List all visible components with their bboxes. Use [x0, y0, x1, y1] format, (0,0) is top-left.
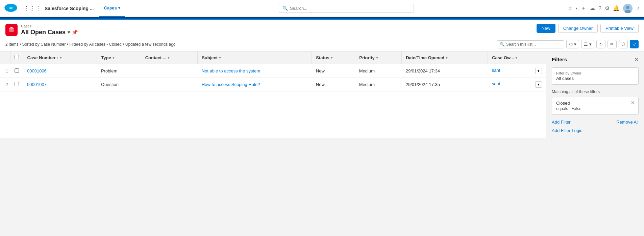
new-button[interactable]: New — [537, 24, 555, 33]
expand-icon[interactable]: ↗ — [636, 6, 640, 11]
col-priority-sort-icon[interactable]: ▾ — [376, 56, 378, 60]
col-case-owner-sort-icon[interactable]: ▾ — [515, 56, 517, 60]
cases-tab[interactable]: Cases ▾ — [99, 0, 125, 17]
filter-close-icon[interactable]: ✕ — [634, 56, 639, 63]
search-bar: 🔍 — [279, 4, 414, 13]
col-date-opened-label: Date/Time Opened — [406, 55, 444, 60]
col-case-number-sort-icon[interactable]: ▾ — [60, 56, 62, 60]
row-1-case-owner-link[interactable]: sant — [492, 68, 500, 73]
favorites-chevron-icon[interactable]: ▾ — [576, 6, 577, 10]
list-meta-bar: 2 items • Sorted by Case Number • Filter… — [0, 37, 644, 51]
col-contact-sort-icon[interactable]: ▾ — [168, 56, 170, 60]
row-1-subject-link[interactable]: Not able to access the system — [202, 68, 260, 73]
filter-panel-header: Filters ✕ — [552, 56, 639, 63]
row-2-check — [10, 78, 23, 91]
help-icon[interactable]: ? — [598, 5, 601, 12]
col-status-sort-icon[interactable]: ▾ — [331, 56, 333, 60]
row-2-case-number-link[interactable]: 00001007 — [27, 82, 47, 87]
pin-icon[interactable]: 📌 — [72, 29, 78, 35]
add-filter-logic-link[interactable]: Add Filter Logic — [552, 128, 582, 133]
row-2-status: New — [312, 78, 355, 91]
row-2-checkbox[interactable] — [15, 82, 19, 86]
row-2-case-owner-link[interactable]: sant — [492, 81, 500, 86]
filter-by-owner-box: Filter by Owner All cases — [552, 67, 639, 85]
row-2-date-opened: 29/01/2024 17:35 — [402, 78, 488, 91]
grid-icon[interactable]: ⋮⋮⋮ — [24, 5, 42, 12]
row-2-case-number: 00001007 — [23, 78, 97, 91]
top-navigation: SF ⋮⋮⋮ Salesforce Scoping ... Cases ▾ 🔍 … — [0, 0, 644, 17]
table-view-button[interactable]: ☰ ▾ — [581, 40, 594, 48]
sub-navigation-band — [0, 17, 644, 20]
col-case-owner-label: Case Ow... — [492, 55, 514, 60]
filter-logic-section: Add Filter Logic — [552, 128, 639, 133]
cloud-icon[interactable]: ☁ — [590, 5, 595, 12]
col-date-opened: Date/Time Opened ▾ — [402, 51, 488, 64]
row-1-case-number-link[interactable]: 00001006 — [27, 68, 47, 73]
row-2-subject: How to access Scoping Rule? — [198, 78, 312, 91]
filter-condition-operator: equals — [556, 106, 568, 111]
row-1-priority: Medium — [355, 64, 402, 78]
svg-rect-6 — [9, 28, 14, 28]
refresh-button[interactable]: ↻ — [596, 40, 605, 48]
remove-all-link[interactable]: Remove All — [616, 120, 639, 125]
row-1-case-number: 00001006 — [23, 64, 97, 78]
cases-table: Case Number ↑ ▾ Type ▾ Contact ... — [0, 51, 546, 91]
settings-icon-button[interactable]: ⚙ ▾ — [566, 40, 579, 48]
row-1-contact — [141, 64, 198, 78]
select-all-checkbox[interactable] — [15, 55, 19, 59]
table-body: 1 00001006 Problem Not able to access th… — [0, 64, 546, 91]
bell-icon[interactable]: 🔔 — [613, 5, 620, 12]
page-header-title-section: Cases All Open Cases ▾ 📌 — [21, 24, 78, 36]
add-icon[interactable]: ＋ — [581, 5, 586, 12]
filter-condition-remove-icon[interactable]: ✕ — [631, 100, 635, 105]
list-meta-text: 2 items • Sorted by Case Number • Filter… — [5, 42, 176, 47]
col-date-opened-sort-icon[interactable]: ▾ — [446, 56, 448, 60]
row-2-num: 2 — [0, 78, 10, 91]
svg-point-3 — [626, 6, 629, 9]
filter-by-owner-label: Filter by Owner — [556, 71, 634, 75]
cases-table-container: Case Number ↑ ▾ Type ▾ Contact ... — [0, 51, 546, 138]
add-filter-link[interactable]: Add Filter — [552, 120, 571, 125]
row-1-actions-button[interactable]: ▾ — [535, 68, 542, 74]
app-name: Salesforce Scoping ... — [45, 6, 94, 11]
row-1-status: New — [312, 64, 355, 78]
row-1-checkbox[interactable] — [15, 68, 19, 73]
salesforce-logo[interactable]: SF — [4, 3, 21, 14]
search-input[interactable] — [290, 6, 410, 11]
share-button[interactable]: ⬡ — [619, 40, 628, 48]
select-all-header — [10, 51, 23, 64]
favorites-icon[interactable]: ☆ — [568, 5, 572, 12]
page-header-right: New Change Owner Printable View — [537, 24, 639, 37]
col-status: Status ▾ — [312, 51, 355, 64]
breadcrumb: Cases — [21, 24, 78, 28]
search-list-input[interactable] — [506, 42, 561, 47]
filter-button[interactable]: ▽ — [630, 40, 639, 48]
col-subject: Subject ▾ — [198, 51, 312, 64]
row-1-num: 1 — [0, 64, 10, 78]
avatar[interactable] — [623, 4, 633, 13]
svg-text:SF: SF — [9, 7, 13, 10]
filter-condition-val: False — [571, 106, 581, 111]
search-icon: 🔍 — [282, 6, 288, 11]
page-title: All Open Cases ▾ 📌 — [21, 29, 78, 36]
page-title-chevron-icon[interactable]: ▾ — [68, 29, 70, 35]
page-title-text: All Open Cases — [21, 29, 66, 36]
gear-icon[interactable]: ⚙ — [605, 5, 610, 12]
filter-matching-label: Matching all of these filters — [552, 89, 639, 94]
edit-columns-button[interactable]: ✏ — [608, 40, 617, 48]
row-num-header — [0, 51, 10, 64]
change-owner-button[interactable]: Change Owner — [558, 24, 598, 33]
table-row: 1 00001006 Problem Not able to access th… — [0, 64, 546, 78]
row-2-actions-button[interactable]: ▾ — [535, 81, 542, 88]
cases-tab-chevron-icon[interactable]: ▾ — [118, 6, 120, 10]
col-type-sort-icon[interactable]: ▾ — [113, 56, 115, 60]
table-header: Case Number ↑ ▾ Type ▾ Contact ... — [0, 51, 546, 64]
filter-panel-title: Filters — [552, 57, 567, 62]
col-subject-sort-icon[interactable]: ▾ — [219, 56, 221, 60]
col-case-number-sort-asc-icon[interactable]: ↑ — [57, 56, 58, 60]
printable-view-button[interactable]: Printable View — [600, 24, 639, 33]
row-2-subject-link[interactable]: How to access Scoping Rule? — [202, 82, 260, 87]
row-1-subject: Not able to access the system — [198, 64, 312, 78]
cases-object-icon — [5, 24, 18, 36]
filter-condition-box: Closed equals False ✕ — [552, 97, 639, 115]
